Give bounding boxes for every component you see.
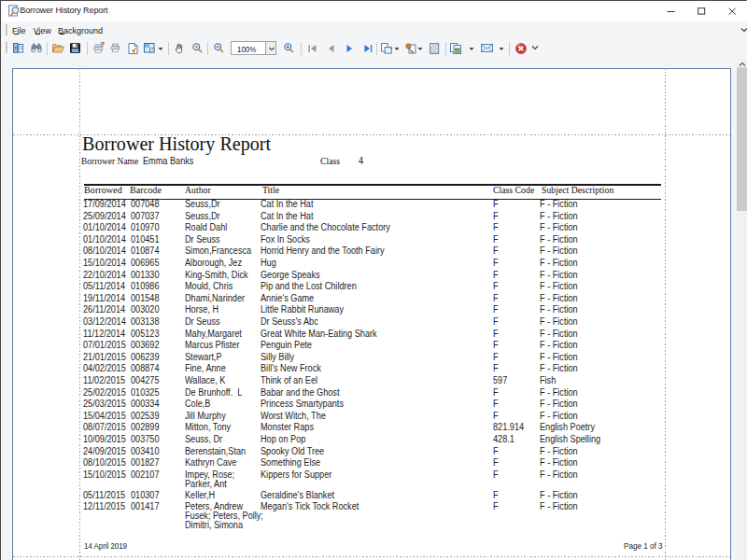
svg-text:?: ?	[100, 42, 104, 49]
